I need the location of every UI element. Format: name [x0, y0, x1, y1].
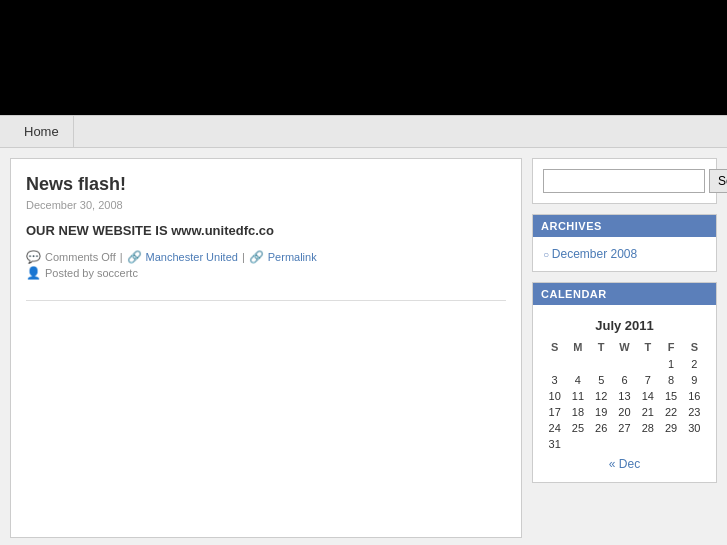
calendar-day-cell: 25: [566, 420, 589, 436]
calendar-day-cell: 29: [659, 420, 682, 436]
calendar-prev-link[interactable]: « Dec: [609, 457, 640, 471]
calendar-day-header: F: [659, 338, 682, 356]
post-divider: [26, 300, 506, 301]
sidebar: Search ARCHIVES December 2008 CALENDAR J…: [532, 158, 717, 538]
calendar-day-cell: 21: [636, 404, 659, 420]
main-content: News flash! December 30, 2008 OUR NEW WE…: [10, 158, 522, 538]
calendar-body-rows: 1234567891011121314151617181920212223242…: [543, 356, 706, 452]
calendar-day-cell: 1: [659, 356, 682, 372]
calendar-day-cell: [613, 356, 636, 372]
archives-widget: ARCHIVES December 2008: [532, 214, 717, 272]
link-icon: 🔗: [249, 250, 264, 264]
calendar-nav: « Dec: [543, 452, 706, 474]
search-input[interactable]: [543, 169, 705, 193]
search-widget: Search: [532, 158, 717, 204]
content-wrapper: News flash! December 30, 2008 OUR NEW WE…: [0, 148, 727, 545]
tag-icon: 🔗: [127, 250, 142, 264]
calendar-day-cell: [590, 356, 613, 372]
calendar-day-cell: [543, 356, 566, 372]
calendar-day-cell: 17: [543, 404, 566, 420]
archives-header: ARCHIVES: [533, 215, 716, 237]
nav-bar: Home: [0, 115, 727, 148]
calendar-day-cell: 11: [566, 388, 589, 404]
post-body: OUR NEW WEBSITE IS www.unitedfc.co: [26, 223, 506, 238]
calendar-month-year: July 2011: [543, 313, 706, 338]
archives-body: December 2008: [533, 237, 716, 271]
calendar-day-cell: 20: [613, 404, 636, 420]
post-category-link[interactable]: Manchester United: [146, 251, 238, 263]
calendar-day-cell: 23: [683, 404, 706, 420]
post-permalink-link[interactable]: Permalink: [268, 251, 317, 263]
post-date: December 30, 2008: [26, 199, 506, 211]
calendar-day-cell: [659, 436, 682, 452]
calendar-day-cell: [683, 436, 706, 452]
comment-icon: 💬: [26, 250, 41, 264]
calendar-day-cell: 7: [636, 372, 659, 388]
calendar-day-cell: 4: [566, 372, 589, 388]
calendar-day-cell: 13: [613, 388, 636, 404]
calendar-day-cell: 24: [543, 420, 566, 436]
calendar-week-row: 3456789: [543, 372, 706, 388]
calendar-day-cell: 16: [683, 388, 706, 404]
calendar-week-row: 10111213141516: [543, 388, 706, 404]
post-meta-comments-line: 💬 Comments Off | 🔗 Manchester United | 🔗…: [26, 250, 506, 264]
calendar-widget: CALENDAR July 2011 SMTWTFS 1234567891011…: [532, 282, 717, 483]
nav-home-link[interactable]: Home: [10, 116, 74, 147]
calendar-days-header: SMTWTFS: [543, 338, 706, 356]
calendar-day-cell: 28: [636, 420, 659, 436]
calendar-day-cell: 27: [613, 420, 636, 436]
post-meta-author-line: 👤 Posted by soccertc: [26, 266, 506, 280]
calendar-day-cell: 14: [636, 388, 659, 404]
post-author: Posted by soccertc: [45, 267, 138, 279]
calendar-day-cell: 19: [590, 404, 613, 420]
calendar-day-cell: [590, 436, 613, 452]
calendar-day-header: S: [543, 338, 566, 356]
calendar-day-header: T: [636, 338, 659, 356]
calendar-header: CALENDAR: [533, 283, 716, 305]
calendar-day-cell: 15: [659, 388, 682, 404]
calendar-day-cell: 12: [590, 388, 613, 404]
calendar-day-cell: 9: [683, 372, 706, 388]
calendar-day-cell: [566, 356, 589, 372]
calendar-day-cell: 5: [590, 372, 613, 388]
calendar-day-cell: 3: [543, 372, 566, 388]
calendar-day-cell: [613, 436, 636, 452]
calendar-day-cell: 6: [613, 372, 636, 388]
site-header: [0, 0, 727, 115]
calendar-day-cell: 22: [659, 404, 682, 420]
calendar-day-cell: 8: [659, 372, 682, 388]
calendar-day-cell: 18: [566, 404, 589, 420]
calendar-day-cell: 31: [543, 436, 566, 452]
archive-item: December 2008: [543, 245, 706, 263]
calendar-day-cell: 2: [683, 356, 706, 372]
calendar-day-cell: 30: [683, 420, 706, 436]
post-title: News flash!: [26, 174, 506, 195]
search-button[interactable]: Search: [709, 169, 727, 193]
calendar-week-row: 24252627282930: [543, 420, 706, 436]
calendar-table: July 2011 SMTWTFS 1234567891011121314151…: [543, 313, 706, 452]
calendar-day-cell: [566, 436, 589, 452]
calendar-day-cell: 10: [543, 388, 566, 404]
calendar-body: July 2011 SMTWTFS 1234567891011121314151…: [533, 305, 716, 482]
calendar-day-cell: [636, 436, 659, 452]
calendar-day-header: T: [590, 338, 613, 356]
calendar-week-row: 12: [543, 356, 706, 372]
meta-separator2: |: [242, 251, 245, 263]
calendar-day-header: M: [566, 338, 589, 356]
calendar-week-row: 17181920212223: [543, 404, 706, 420]
calendar-day-header: W: [613, 338, 636, 356]
post-meta: 💬 Comments Off | 🔗 Manchester United | 🔗…: [26, 250, 506, 280]
meta-separator1: |: [120, 251, 123, 263]
calendar-day-header: S: [683, 338, 706, 356]
post-comments: Comments Off: [45, 251, 116, 263]
calendar-week-row: 31: [543, 436, 706, 452]
archive-december-2008-link[interactable]: December 2008: [552, 247, 637, 261]
calendar-day-cell: 26: [590, 420, 613, 436]
calendar-day-cell: [636, 356, 659, 372]
author-icon: 👤: [26, 266, 41, 280]
